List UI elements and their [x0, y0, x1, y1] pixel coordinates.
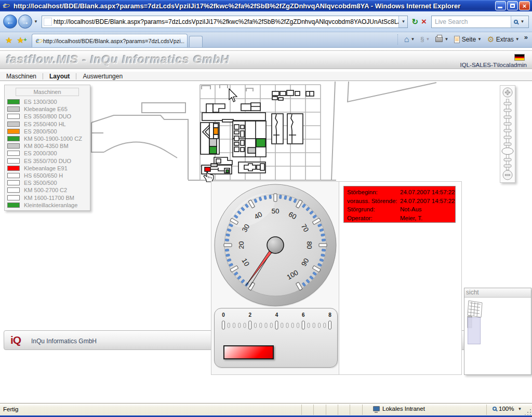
toolbar-overflow-icon[interactable]: »: [523, 32, 529, 42]
zoom-level: 100%: [499, 406, 514, 412]
refresh-button[interactable]: ↻: [410, 17, 420, 26]
window-titlebar: e http://localhost/BDE/Blank.aspx?params…: [0, 0, 532, 11]
plan-machine-green-2: [256, 139, 265, 147]
back-button[interactable]: ←: [3, 15, 17, 29]
tab-title: http://localhost/BDE/Blank.aspx?params=7…: [43, 38, 184, 44]
svg-text:4: 4: [275, 312, 278, 318]
plan-machine-orange: [214, 128, 218, 134]
feeds-button[interactable]: §▼: [418, 34, 433, 45]
svg-text:20: 20: [237, 241, 245, 249]
stop-button[interactable]: ×: [420, 17, 428, 27]
machine-status-swatch: [7, 143, 20, 149]
favorites-star-icon[interactable]: ★: [3, 35, 15, 47]
tools-menu-button[interactable]: ⚙ Extras▼: [485, 34, 523, 45]
menu-item-maschinen[interactable]: Maschinen: [0, 73, 43, 80]
legend-item[interactable]: KM 500-1900-1000 CZ: [5, 135, 90, 142]
fault-label: vorauss. Störende:: [347, 198, 400, 204]
legend-item[interactable]: ES 3550/800 DUO: [5, 113, 90, 120]
machine-status-swatch: [7, 129, 20, 134]
legend-item[interactable]: ES 3500/500: [5, 179, 90, 186]
zoom-control[interactable]: 100% ▼: [493, 406, 523, 412]
legend-item[interactable]: Klebeanlage E91: [5, 165, 90, 172]
fault-label: Störbeginn:: [347, 189, 400, 195]
legend-item[interactable]: Klebeanlage E65: [5, 105, 90, 113]
page-favicon-icon: [44, 18, 52, 26]
legend-item[interactable]: HS 6500/650 H: [5, 172, 90, 179]
machine-status-swatch: [7, 187, 20, 193]
floor-plan[interactable]: [88, 81, 502, 186]
print-button[interactable]: ▼: [433, 34, 452, 45]
minimize-button[interactable]: [495, 1, 506, 10]
legend-title: Maschinen: [16, 88, 79, 96]
svg-text:50: 50: [271, 207, 279, 215]
legend-item[interactable]: KM 500-2700 C2: [5, 186, 90, 194]
gauge-pane: 102030405060708090100 02468: [211, 182, 339, 374]
zoom-out-button[interactable]: [503, 170, 512, 180]
plan-machine-green: [209, 146, 217, 154]
fault-duration-bar: [223, 345, 274, 359]
app-header: fastflow.MIS - InQu Informatics GmbH IQL…: [0, 50, 532, 69]
home-button[interactable]: ⌂▼: [402, 34, 419, 45]
address-url: http://localhost/BDE/Blank.aspx?params=7…: [54, 18, 399, 25]
window-title: http://localhost/BDE/Blank.aspx?params=7…: [14, 2, 495, 10]
restore-button[interactable]: [507, 1, 518, 10]
machine-status-swatch: [7, 151, 20, 156]
page-icon: [454, 36, 460, 43]
legend-item[interactable]: ES 3550/700 DUO: [5, 157, 90, 165]
fault-label: Operator:: [347, 215, 400, 221]
fault-label: Störgrund:: [347, 206, 400, 212]
legend-item[interactable]: ES 2550/400 HL: [5, 120, 90, 128]
menu-item-layout[interactable]: Layout: [43, 73, 76, 80]
svg-text:0: 0: [222, 312, 225, 318]
active-tab[interactable]: e http://localhost/BDE/Blank.aspx?params…: [32, 34, 188, 47]
legend-item[interactable]: Kleinteillackieranlage: [5, 201, 90, 209]
plan-machine-gray: [209, 139, 217, 146]
address-dropdown-icon[interactable]: ▼: [398, 16, 407, 28]
machine-legend-panel: Maschinen ES 1300/300 Klebeanlage E65 ES…: [4, 85, 90, 211]
zoom-dropdown-icon[interactable]: ▼: [516, 407, 523, 411]
app-brand-title: fastflow.MIS - InQu Informatics GmbH: [6, 53, 230, 66]
intranet-zone-icon: [373, 406, 380, 411]
overview-viewport-rect[interactable]: [468, 317, 481, 344]
zoom-in-button[interactable]: [503, 88, 512, 97]
legend-item[interactable]: ES 2000/300: [5, 150, 90, 157]
add-favorite-icon[interactable]: ★+: [15, 35, 26, 47]
machine-status-swatch: [7, 173, 20, 178]
german-flag-icon[interactable]: [514, 54, 525, 61]
machine-status-swatch: [7, 195, 20, 200]
page-menu-button[interactable]: Seite▼: [452, 34, 485, 45]
history-dropdown-icon[interactable]: ▼: [32, 19, 39, 24]
plan-machine-gray-2: [248, 147, 256, 153]
search-button[interactable]: ▼: [511, 16, 528, 28]
zoom-slider-handle[interactable]: [502, 148, 513, 155]
fault-value: Not-Aus: [400, 206, 422, 212]
close-button[interactable]: ×: [519, 1, 530, 10]
machine-status-swatch: [7, 203, 20, 208]
search-icon: [514, 20, 518, 24]
resize-grip[interactable]: [525, 408, 531, 415]
machine-status-swatch: [7, 99, 20, 104]
address-input[interactable]: http://localhost/BDE/Blank.aspx?params=7…: [42, 16, 408, 28]
svg-text:2: 2: [248, 312, 251, 318]
feed-icon: §: [420, 35, 424, 43]
status-text: Fertig: [3, 406, 18, 412]
machine-status-swatch: [7, 166, 20, 171]
machine-status-swatch: [7, 122, 20, 127]
legend-item[interactable]: KM 1600-11700 BM: [5, 194, 90, 201]
machine-status-swatch: [7, 114, 20, 119]
address-bar: ← → ▼ http://localhost/BDE/Blank.aspx?pa…: [0, 11, 532, 32]
menu-item-auswertungen[interactable]: Auswertungen: [76, 73, 129, 80]
machine-detail-panel: 102030405060708090100 02468 Störbeginn:2…: [211, 181, 462, 375]
new-tab-button[interactable]: [189, 36, 203, 47]
legend-item[interactable]: ES 2800/500: [5, 128, 90, 135]
map-zoom-slider: [500, 85, 515, 183]
legend-item[interactable]: ES 1300/300: [5, 98, 90, 105]
fault-value: 24.07.2007 14:57:22: [400, 189, 455, 195]
forward-button[interactable]: →: [18, 15, 32, 29]
search-input[interactable]: Live Search ▼: [431, 16, 529, 28]
fault-value: 24.07.2007 14:57:22: [400, 198, 455, 204]
legend-item[interactable]: KM 800-4350 BM: [5, 142, 90, 150]
printer-icon: [435, 36, 443, 42]
tab-favicon-icon: e: [35, 37, 43, 45]
security-zone: Lokales Intranet: [373, 406, 425, 412]
